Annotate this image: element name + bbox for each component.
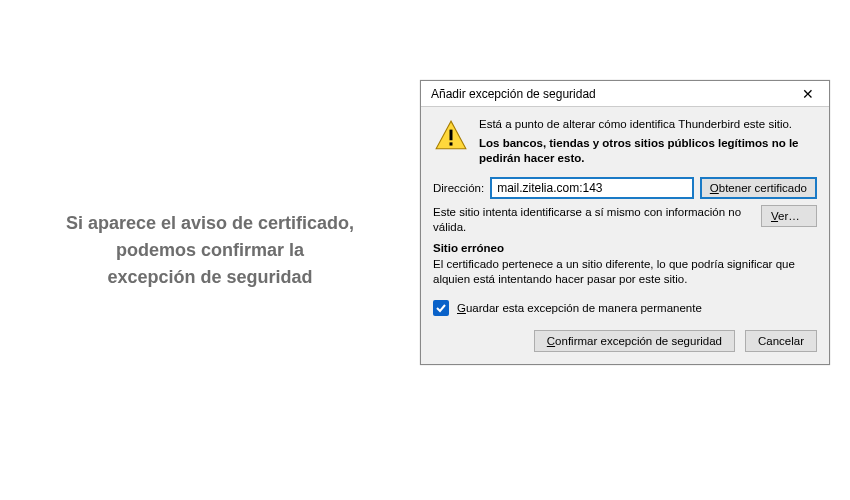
- save-permanent-checkbox[interactable]: [433, 300, 449, 316]
- warning-text: Está a punto de alterar cómo identifica …: [479, 117, 817, 167]
- svg-rect-1: [450, 130, 453, 141]
- warning-line1: Está a punto de alterar cómo identifica …: [479, 117, 817, 133]
- save-permanent-label: Guardar esta excepción de manera permane…: [457, 302, 702, 314]
- titlebar: Añadir excepción de seguridad ✕: [421, 81, 829, 107]
- save-permanent-row[interactable]: Guardar esta excepción de manera permane…: [433, 300, 817, 316]
- close-button[interactable]: ✕: [793, 84, 823, 104]
- instruction-line: podemos confirmar la: [66, 237, 354, 264]
- warning-bold: Los bancos, tiendas y otros sitios públi…: [479, 136, 817, 167]
- check-icon: [435, 302, 447, 314]
- address-label: Dirección:: [433, 182, 484, 194]
- cancel-button[interactable]: Cancelar: [745, 330, 817, 352]
- view-button-label: Ver…: [771, 210, 800, 222]
- confirm-exception-label: Confirmar excepción de seguridad: [547, 335, 722, 347]
- svg-rect-2: [450, 142, 453, 145]
- wrong-site-body: El certificado pertenece a un sitio dife…: [433, 257, 817, 288]
- close-icon: ✕: [802, 87, 814, 101]
- warning-icon: [433, 117, 469, 167]
- view-button[interactable]: Ver…: [761, 205, 817, 227]
- address-input[interactable]: [490, 177, 694, 199]
- cancel-label: Cancelar: [758, 335, 804, 347]
- get-certificate-label: Obtener certificado: [710, 182, 807, 194]
- dialog-title: Añadir excepción de seguridad: [431, 87, 596, 101]
- instruction-line: Si aparece el aviso de certificado,: [66, 210, 354, 237]
- invalid-info-text: Este sitio intenta identificarse a sí mi…: [433, 205, 753, 236]
- get-certificate-button[interactable]: Obtener certificado: [700, 177, 817, 199]
- instruction-text: Si aparece el aviso de certificado, pode…: [66, 210, 354, 291]
- wrong-site-header: Sitio erróneo: [433, 242, 817, 254]
- security-exception-dialog: Añadir excepción de seguridad ✕ Está a p…: [420, 80, 830, 365]
- confirm-exception-button[interactable]: Confirmar excepción de seguridad: [534, 330, 735, 352]
- instruction-line: excepción de seguridad: [66, 264, 354, 291]
